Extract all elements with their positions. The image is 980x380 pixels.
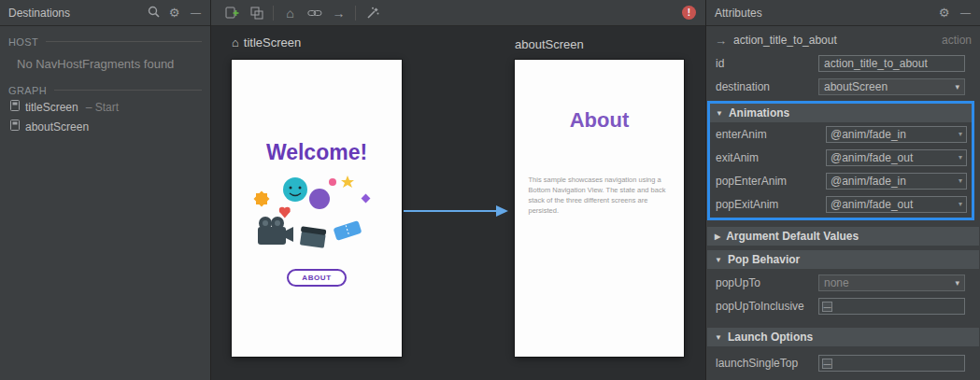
popupto-value: none (824, 276, 849, 289)
add-action-icon[interactable]: → (331, 5, 347, 21)
id-label: id (716, 57, 724, 70)
popexitanim-value: @anim/fade_out (831, 198, 913, 211)
popupto-dropdown[interactable]: none ▾ (818, 274, 965, 291)
navigation-editor-window: Destinations ⚙ — HOST No NavHostFragment… (0, 0, 980, 380)
about-heading: About (570, 108, 630, 133)
destination-row: destination aboutScreen ▾ (706, 78, 980, 95)
popuptoinclusive-field[interactable]: — (818, 298, 965, 315)
about-body-text: This sample showcases navigation using a… (529, 176, 671, 217)
node-label-text: aboutScreen (515, 37, 584, 51)
search-icon[interactable] (147, 6, 161, 20)
expand-triangle-icon: ▼ (716, 109, 723, 118)
id-field[interactable]: action_title_to_about (818, 55, 965, 72)
exitanim-row: exitAnim @anim/fade_out ▾ (710, 146, 972, 169)
launch-options-section-header[interactable]: ▼ Launch Options (707, 328, 979, 346)
chevron-down-icon: ▾ (955, 82, 959, 91)
home-icon[interactable]: ⌂ (282, 5, 298, 21)
divider (46, 41, 202, 42)
chevron-down-icon: ▾ (955, 278, 959, 288)
indeterminate-checkbox-icon[interactable]: — (822, 359, 832, 369)
selected-action-name: action_title_to_about (733, 34, 837, 47)
aboutscreen-node-label[interactable]: aboutScreen (515, 37, 584, 51)
auto-arrange-icon[interactable] (364, 5, 380, 21)
destinations-panel: Destinations ⚙ — HOST No NavHostFragment… (0, 0, 211, 380)
popenteranim-label: popEnterAnim (716, 175, 787, 188)
host-label: HOST (8, 36, 38, 48)
animations-section-highlight: ▼ Animations enterAnim @anim/fade_in ▾ e… (707, 101, 974, 220)
popexitanim-label: popExitAnim (716, 198, 778, 211)
enteranim-field[interactable]: @anim/fade_in ▾ (826, 126, 967, 143)
exitanim-value: @anim/fade_out (831, 151, 913, 164)
attributes-title: Attributes (715, 7, 762, 20)
destinations-header: Destinations ⚙ — (0, 0, 210, 26)
enteranim-value: @anim/fade_in (831, 128, 906, 141)
selected-action-type: action (942, 34, 972, 47)
argument-defaults-section-header[interactable]: ▶ Argument Default Values (707, 227, 979, 246)
argument-defaults-label: Argument Default Values (726, 230, 859, 243)
divider (54, 90, 202, 91)
chevron-down-icon: ▾ (959, 130, 962, 138)
destination-value: aboutScreen (824, 80, 888, 93)
graph-item-suffix: – Start (86, 101, 119, 114)
nav-graph-canvas[interactable]: ⌂ titleScreen Welcome! (211, 26, 705, 380)
launchsingletop-field[interactable]: — (818, 355, 965, 372)
fragment-icon (10, 120, 20, 134)
gear-icon[interactable]: ⚙ (937, 7, 951, 19)
graph-label: GRAPH (8, 85, 47, 96)
minimize-icon[interactable]: — (188, 7, 202, 18)
popenteranim-row: popEnterAnim @anim/fade_in ▾ (710, 169, 972, 192)
gear-icon[interactable]: ⚙ (167, 7, 181, 19)
popupto-label: popUpTo (716, 276, 760, 289)
destination-dropdown[interactable]: aboutScreen ▾ (818, 78, 965, 95)
deeplink-icon[interactable] (306, 5, 322, 21)
destination-label: destination (716, 80, 770, 93)
attributes-body: → action_title_to_about action id action… (706, 26, 980, 380)
attributes-header: Attributes ⚙ — (706, 0, 980, 26)
selected-action-row: → action_title_to_about action (706, 31, 980, 49)
popexitanim-row: popExitAnim @anim/fade_out ▾ (710, 192, 972, 216)
nav-editor-center: ⌂ → ! ⌂ titleScreen Welcome! (211, 0, 705, 380)
action-arrow[interactable] (404, 204, 508, 218)
enteranim-row: enterAnim @anim/fade_in ▾ (710, 122, 972, 146)
launchsingletop-label: launchSingleTop (716, 357, 798, 370)
popenteranim-field[interactable]: @anim/fade_in ▾ (826, 173, 967, 190)
host-empty-text: No NavHostFragments found (0, 49, 210, 75)
graph-item-titlescreen[interactable]: titleScreen – Start (0, 97, 210, 117)
collapse-triangle-icon: ▶ (715, 232, 720, 241)
animations-section-header[interactable]: ▼ Animations (710, 104, 972, 122)
welcome-heading: Welcome! (266, 140, 367, 165)
popuptoinclusive-row: popUpToInclusive — (706, 298, 980, 315)
pop-behavior-label: Pop Behavior (728, 253, 800, 266)
error-icon[interactable]: ! (682, 6, 696, 20)
id-row: id action_title_to_about (706, 55, 980, 72)
graph-section-row: GRAPH (0, 83, 210, 97)
titlescreen-node-label[interactable]: ⌂ titleScreen (232, 35, 301, 49)
about-button[interactable]: ABOUT (287, 269, 346, 287)
launch-options-label: Launch Options (728, 331, 813, 344)
pop-behavior-section-header[interactable]: ▼ Pop Behavior (707, 250, 979, 269)
chevron-down-icon: ▾ (959, 153, 962, 162)
host-section-row: HOST (0, 35, 210, 49)
toolbar-separator (355, 6, 356, 21)
node-label-text: titleScreen (244, 35, 301, 49)
chevron-down-icon: ▾ (959, 176, 962, 185)
titlescreen-preview[interactable]: Welcome! (232, 60, 402, 357)
popexitanim-field[interactable]: @anim/fade_out ▾ (826, 196, 967, 213)
canvas-toolbar: ⌂ → ! (211, 0, 705, 26)
nested-graph-icon[interactable] (249, 5, 264, 21)
new-destination-icon[interactable] (224, 5, 240, 21)
animations-header-label: Animations (729, 106, 789, 120)
graph-item-aboutscreen[interactable]: aboutScreen (0, 117, 210, 136)
graph-item-label: aboutScreen (25, 120, 89, 134)
fragment-icon (10, 100, 20, 114)
popuptoinclusive-label: popUpToInclusive (716, 300, 804, 313)
chevron-down-icon: ▾ (959, 200, 962, 208)
exitanim-field[interactable]: @anim/fade_out ▾ (826, 149, 967, 166)
exitanim-label: exitAnim (716, 151, 759, 164)
aboutscreen-preview[interactable]: About This sample showcases navigation u… (515, 60, 684, 357)
minimize-icon[interactable]: — (958, 7, 972, 18)
indeterminate-checkbox-icon[interactable]: — (822, 302, 832, 312)
popenteranim-value: @anim/fade_in (831, 175, 906, 188)
movie-illustration (247, 171, 387, 260)
popupto-row: popUpTo none ▾ (706, 274, 980, 291)
